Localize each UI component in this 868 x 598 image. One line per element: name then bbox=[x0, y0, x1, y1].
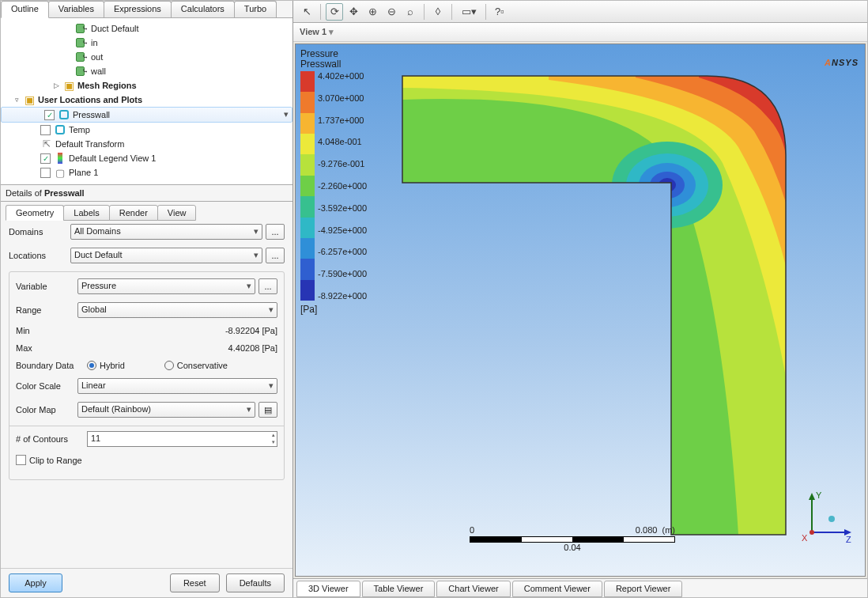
outline-tree[interactable]: ⤷Duct Default⤷in⤷out⤷wall▷Mesh Regions▿U… bbox=[1, 18, 292, 184]
dtab-labels[interactable]: Labels bbox=[63, 205, 109, 221]
tab-variables[interactable]: Variables bbox=[48, 1, 104, 17]
plane-icon bbox=[54, 166, 66, 179]
detail-tabs: Geometry Labels Render View bbox=[1, 202, 292, 221]
apply-button[interactable]: Apply bbox=[9, 573, 62, 592]
scale-unit: (m) bbox=[662, 525, 676, 535]
range-select[interactable]: Global bbox=[77, 302, 277, 318]
details-form: Domains All Domains ... Locations Duct D… bbox=[1, 221, 292, 568]
variable-label: Variable bbox=[16, 282, 77, 291]
tree-item[interactable]: Default Transform bbox=[1, 137, 292, 151]
locations-select[interactable]: Duct Default bbox=[70, 248, 262, 263]
variable-select[interactable]: Pressure bbox=[77, 278, 255, 294]
tree-item-label: Presswall bbox=[73, 110, 110, 119]
min-label: Min bbox=[16, 326, 77, 335]
tab-expressions[interactable]: Expressions bbox=[104, 1, 172, 17]
details-title-name: Presswall bbox=[44, 188, 85, 198]
domains-select[interactable]: All Domains bbox=[70, 224, 262, 240]
tree-item[interactable]: ⤷out bbox=[1, 50, 292, 64]
contours-label: # of Contours bbox=[16, 434, 87, 444]
btab-chart[interactable]: Chart Viewer bbox=[436, 581, 510, 597]
tree-item-label: Default Transform bbox=[55, 139, 124, 149]
min-value: -8.92204 [Pa] bbox=[225, 326, 277, 335]
tree-item[interactable]: ⤷Duct Default bbox=[1, 21, 292, 36]
btab-table[interactable]: Table Viewer bbox=[362, 581, 436, 597]
colorscale-select[interactable]: Linear bbox=[77, 378, 277, 394]
tree-item[interactable]: ▿User Locations and Plots bbox=[1, 93, 292, 107]
tree-item[interactable]: Default Legend View 1 bbox=[1, 151, 292, 165]
tab-outline[interactable]: Outline bbox=[1, 1, 49, 18]
tree-item[interactable]: ⤷wall bbox=[1, 64, 292, 78]
expander-icon[interactable]: ▿ bbox=[13, 96, 21, 104]
clip-checkbox[interactable] bbox=[16, 455, 26, 465]
viewport[interactable]: ANSYS Pressure Presswall 4.402e+0003.070… bbox=[295, 44, 866, 577]
svg-text:X: X bbox=[802, 533, 808, 543]
fit-icon[interactable]: ◊ bbox=[429, 3, 447, 21]
tree-item-label: Default Legend View 1 bbox=[69, 153, 157, 163]
radio-hybrid-label: Hybrid bbox=[100, 361, 125, 370]
region-icon: ⤷ bbox=[76, 51, 89, 63]
visibility-checkbox[interactable] bbox=[44, 110, 55, 120]
contour-icon bbox=[58, 108, 70, 121]
scale-bar: 0 0.080 (m) 0.04 bbox=[470, 525, 675, 552]
colorscale-label: Color Scale bbox=[16, 381, 77, 391]
colormap-edit-button[interactable]: ▤ bbox=[259, 402, 277, 418]
right-panel: ↖ ⟳ ✥ ⊕ ⊖ ⌕ ◊ ▭▾ ?▫ View 1 ANSYS Pressur… bbox=[293, 1, 867, 597]
tab-turbo[interactable]: Turbo bbox=[234, 1, 277, 17]
dtab-render[interactable]: Render bbox=[109, 205, 158, 221]
radio-hybrid[interactable] bbox=[87, 361, 96, 370]
domains-browse-button[interactable]: ... bbox=[266, 224, 285, 240]
details-header: Details of Presswall bbox=[1, 184, 292, 202]
zoom-in-icon[interactable]: ⊕ bbox=[364, 3, 381, 21]
radio-conservative-label: Conservative bbox=[177, 361, 228, 370]
tab-calculators[interactable]: Calculators bbox=[171, 1, 235, 17]
btab-report[interactable]: Report Viewer bbox=[604, 581, 683, 597]
clip-label: Clip to Range bbox=[29, 456, 82, 465]
svg-point-5 bbox=[659, 178, 676, 192]
zoom-box-icon[interactable]: ⌕ bbox=[402, 3, 419, 21]
reset-button[interactable]: Reset bbox=[170, 573, 220, 592]
tree-item-label: Temp bbox=[69, 125, 90, 134]
locations-label: Locations bbox=[9, 251, 70, 260]
pick-icon[interactable]: ↖ bbox=[298, 3, 315, 21]
pan-icon[interactable]: ✥ bbox=[345, 3, 362, 21]
defaults-button[interactable]: Defaults bbox=[226, 573, 285, 592]
expander-icon[interactable]: ▷ bbox=[52, 81, 61, 90]
tree-item[interactable]: ▷Mesh Regions bbox=[1, 78, 292, 93]
app-root: Outline Variables Expressions Calculator… bbox=[0, 0, 868, 598]
contours-input[interactable]: 11 bbox=[87, 431, 277, 447]
tree-item-label: out bbox=[91, 52, 103, 62]
locations-browse-button[interactable]: ... bbox=[266, 248, 285, 263]
radio-conservative[interactable] bbox=[164, 361, 174, 370]
region-icon: ⤷ bbox=[76, 65, 89, 78]
btab-3dviewer[interactable]: 3D Viewer bbox=[296, 581, 360, 597]
zoom-out-icon[interactable]: ⊖ bbox=[383, 3, 400, 21]
transform-icon bbox=[40, 138, 53, 150]
tree-item[interactable]: ⤷in bbox=[1, 36, 292, 50]
rotate-icon[interactable]: ⟳ bbox=[326, 3, 343, 21]
tree-item-label: Plane 1 bbox=[69, 168, 98, 177]
shade-icon[interactable]: ▭▾ bbox=[457, 3, 481, 21]
svg-point-11 bbox=[828, 516, 835, 522]
colormap-select[interactable]: Default (Rainbow) bbox=[77, 402, 255, 418]
variable-section: Variable Pressure ... Range Global Min-8… bbox=[9, 271, 285, 480]
visibility-checkbox[interactable] bbox=[40, 168, 51, 178]
view-label[interactable]: View 1 bbox=[300, 27, 334, 37]
viewer-toolbar: ↖ ⟳ ✥ ⊕ ⊖ ⌕ ◊ ▭▾ ?▫ bbox=[293, 1, 867, 23]
visibility-checkbox[interactable] bbox=[40, 125, 51, 135]
tree-item[interactable]: Temp bbox=[1, 123, 292, 137]
tree-item-label: wall bbox=[91, 66, 106, 76]
dtab-view[interactable]: View bbox=[157, 205, 197, 221]
dtab-geometry[interactable]: Geometry bbox=[6, 205, 64, 221]
svg-text:Z: Z bbox=[846, 535, 851, 544]
tree-item[interactable]: Presswall bbox=[1, 107, 292, 123]
scale-right: 0.080 bbox=[636, 525, 658, 535]
domains-label: Domains bbox=[9, 227, 70, 237]
scale-0: 0 bbox=[470, 525, 474, 535]
btab-comment[interactable]: Comment Viewer bbox=[512, 581, 602, 597]
tree-item[interactable]: Plane 1 bbox=[1, 165, 292, 180]
folder-icon bbox=[62, 79, 75, 92]
colormap-label: Color Map bbox=[16, 405, 77, 414]
variable-browse-button[interactable]: ... bbox=[259, 278, 277, 294]
help-icon[interactable]: ?▫ bbox=[491, 3, 508, 21]
visibility-checkbox[interactable] bbox=[40, 153, 51, 164]
